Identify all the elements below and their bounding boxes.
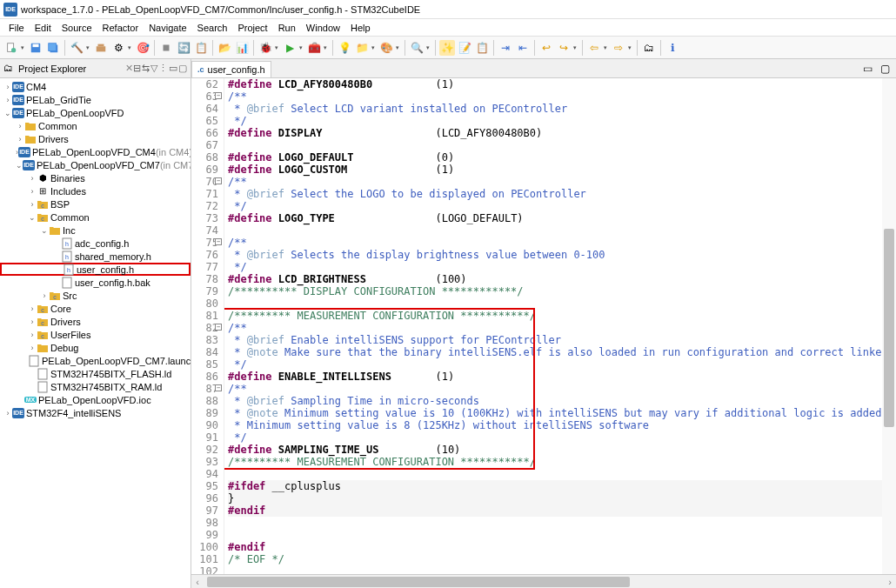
line-number[interactable]: 87− <box>191 383 218 395</box>
target-button[interactable]: 🎯 <box>135 40 150 56</box>
expand-arrow-icon[interactable]: ⌄ <box>40 226 49 235</box>
menu-search[interactable]: Search <box>192 21 233 35</box>
gen-button[interactable]: 📋 <box>193 40 209 56</box>
tree-item[interactable]: ›IDEPELab_GridTie <box>0 93 191 106</box>
save-all-button[interactable] <box>45 40 61 56</box>
expand-arrow-icon[interactable]: › <box>28 344 37 352</box>
line-number[interactable]: 91 <box>191 431 218 444</box>
fwd-button[interactable]: ⇨ <box>611 40 626 56</box>
line-number[interactable]: 63− <box>191 90 218 103</box>
report-button[interactable]: 📊 <box>234 40 250 56</box>
menu-window[interactable]: Window <box>301 21 345 35</box>
step-button[interactable]: ⇥ <box>498 40 513 56</box>
ext-tools-button[interactable]: 🧰 <box>306 40 322 56</box>
run-button[interactable]: ▶ <box>282 40 298 56</box>
expand-arrow-icon[interactable]: › <box>16 122 24 130</box>
code-line[interactable]: */ <box>228 261 882 273</box>
color-button[interactable]: 🎨 <box>378 40 394 56</box>
line-number[interactable]: 88 <box>191 395 218 407</box>
line-number[interactable]: 80 <box>191 297 218 310</box>
expand-arrow-icon[interactable]: ⌄ <box>16 161 23 170</box>
line-number[interactable]: 71 <box>191 188 218 200</box>
code-line[interactable]: #define SAMPLING_TIME_US (10) <box>228 444 882 456</box>
next-ann-button[interactable]: ↪ <box>556 40 572 56</box>
tree-item[interactable]: ›Drivers <box>0 132 191 145</box>
code-line[interactable]: /** <box>228 176 882 188</box>
fold-icon[interactable]: − <box>215 384 222 391</box>
build-button[interactable]: 🔨 <box>69 40 84 56</box>
notes-button[interactable]: 📝 <box>457 40 472 56</box>
expand-arrow-icon[interactable]: › <box>3 83 12 91</box>
menu-refactor[interactable]: Refactor <box>97 21 144 35</box>
code-line[interactable]: * @note Make sure that the binary intell… <box>228 346 882 358</box>
new-button[interactable] <box>3 40 19 56</box>
menu-project[interactable]: Project <box>232 21 272 35</box>
tree-item[interactable]: MXPELab_OpenLoopVFD.ioc <box>0 393 191 406</box>
line-number[interactable]: 76 <box>191 249 218 261</box>
line-number[interactable]: 95 <box>191 480 218 492</box>
tree-item[interactable]: ⌄IDEPELab_OpenLoopVFD <box>0 106 191 119</box>
line-number[interactable]: 102 <box>191 565 218 574</box>
line-number[interactable]: 98 <box>191 517 218 529</box>
info-button[interactable]: ℹ <box>665 40 680 56</box>
code-line[interactable] <box>228 297 882 310</box>
expand-arrow-icon[interactable]: › <box>28 187 37 196</box>
code-line[interactable]: #define LOGO_CUSTOM (1) <box>228 164 882 176</box>
code-line[interactable] <box>228 565 882 574</box>
line-number[interactable]: 81 <box>191 310 218 322</box>
vertical-scrollbar[interactable] <box>882 78 896 574</box>
code-line[interactable]: * @note Minimum setting value is 10 (100… <box>228 407 882 419</box>
line-number[interactable]: 70− <box>191 176 218 188</box>
code-editor[interactable]: 6263−64656667686970−7172737475−767778798… <box>191 78 896 574</box>
line-number[interactable]: 93 <box>191 456 218 468</box>
code-line[interactable]: #define ENABLE_INTELLISENS (1) <box>228 371 882 383</box>
persp-button[interactable]: 🗂 <box>641 40 657 56</box>
min-icon[interactable]: ▭ <box>169 63 177 74</box>
expand-arrow-icon[interactable]: › <box>3 409 12 418</box>
tree-item[interactable]: ›Debug <box>0 341 191 354</box>
code-line[interactable] <box>228 529 882 541</box>
tree-item[interactable]: ›IDESTM32F4_intelliSENS <box>0 406 191 419</box>
code-line[interactable] <box>228 139 882 151</box>
expand-arrow-icon[interactable]: › <box>28 200 37 209</box>
tree-item[interactable]: ›cBSP <box>0 197 191 210</box>
menu-source[interactable]: Source <box>57 21 97 35</box>
chip-button[interactable] <box>158 40 174 56</box>
project-tree[interactable]: ›IDECM4›IDEPELab_GridTie⌄IDEPELab_OpenLo… <box>0 78 191 588</box>
tree-item[interactable]: ⌄Inc <box>0 224 191 237</box>
line-number[interactable]: 67 <box>191 139 218 151</box>
menu-navigate[interactable]: Navigate <box>144 21 191 35</box>
menu-run[interactable]: Run <box>273 21 301 35</box>
line-number[interactable]: 74 <box>191 224 218 237</box>
expand-arrow-icon[interactable]: › <box>40 291 49 300</box>
code-line[interactable] <box>228 224 882 237</box>
code-line[interactable] <box>228 517 882 529</box>
line-number[interactable]: 84 <box>191 346 218 358</box>
fold-icon[interactable]: − <box>215 177 222 184</box>
line-number[interactable]: 85 <box>191 358 218 371</box>
line-number[interactable]: 62 <box>191 78 218 90</box>
menu-edit[interactable]: Edit <box>30 21 57 35</box>
dropdown-icon[interactable]: ▾ <box>275 44 280 51</box>
tree-item[interactable]: hadc_config.h <box>0 237 191 250</box>
code-line[interactable]: * @brief Selects the display brightness … <box>228 249 882 261</box>
prev-edit-button[interactable]: ↩ <box>538 40 554 56</box>
dropdown-icon[interactable]: ▾ <box>573 44 578 51</box>
tree-item[interactable]: ›IDECM4 <box>0 80 191 93</box>
line-number[interactable]: 86 <box>191 371 218 383</box>
code-line[interactable]: #ifdef __cplusplus <box>228 480 882 492</box>
fold-icon[interactable]: − <box>215 238 222 245</box>
line-number[interactable]: 68 <box>191 151 218 164</box>
tree-item[interactable]: ›cUserFiles <box>0 328 191 341</box>
tree-item[interactable]: STM32H745BITX_RAM.ld <box>0 380 191 393</box>
line-number[interactable]: 82− <box>191 322 218 334</box>
tree-item[interactable]: huser_config.h <box>0 263 191 276</box>
editor-max-icon[interactable]: ▢ <box>877 61 893 77</box>
code-line[interactable]: */ <box>228 358 882 371</box>
wand-button[interactable]: ✨ <box>439 40 455 56</box>
expand-arrow-icon[interactable]: › <box>28 304 37 313</box>
line-number[interactable]: 83 <box>191 334 218 346</box>
line-number[interactable]: 64 <box>191 103 218 115</box>
expand-arrow-icon[interactable]: ⌄ <box>28 213 37 222</box>
tree-item[interactable]: ⌄cCommon <box>0 210 191 224</box>
